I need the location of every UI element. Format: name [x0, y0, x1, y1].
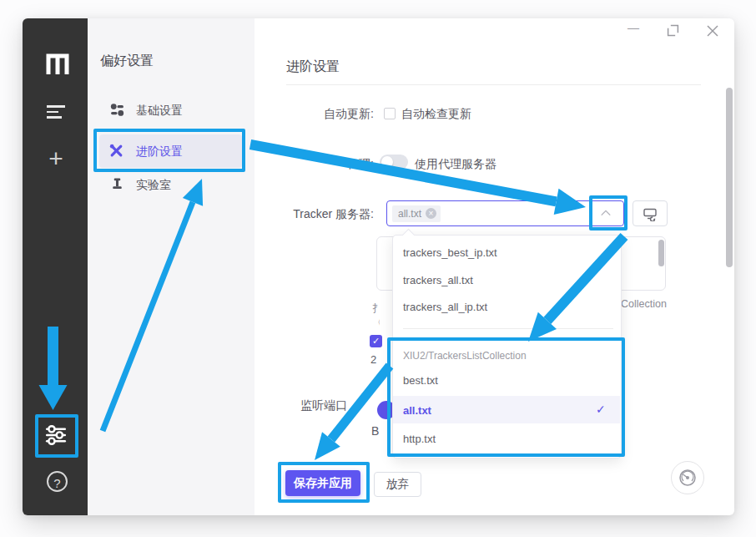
sync-trackers-button[interactable] — [633, 200, 668, 226]
proxy-label: 代理: — [286, 157, 374, 172]
speedometer-icon — [678, 468, 698, 488]
sidebar-item-lab[interactable]: 实验室 — [99, 171, 242, 200]
add-task-icon[interactable]: + — [43, 145, 69, 172]
auto-update-checkbox-label[interactable]: 自动检查更新 — [401, 107, 471, 122]
help-icon[interactable]: ? — [47, 471, 68, 492]
screenshot-stage: + ? 偏好设置 基础设置 进阶设置 — [0, 0, 756, 537]
proxy-toggle-label[interactable]: 使用代理服务器 — [415, 157, 496, 172]
toggles-icon — [110, 103, 124, 117]
sidebar-item-label: 实验室 — [136, 178, 171, 193]
auto-update-checkbox[interactable] — [384, 108, 396, 119]
dropdown-option[interactable]: trackers_best_ip.txt — [403, 246, 497, 259]
discard-button[interactable]: 放弃 — [374, 472, 421, 497]
maximize-button[interactable] — [667, 24, 679, 37]
close-button[interactable] — [706, 24, 719, 38]
lab-stamp-icon — [111, 177, 123, 190]
obscured-text-fragment: 〈 — [372, 316, 380, 330]
motrix-logo-icon[interactable] — [45, 52, 70, 75]
window-scrollbar[interactable] — [726, 88, 733, 267]
auto-update-label: 自动更新: — [286, 107, 374, 122]
dropdown-option[interactable]: trackers_all.txt — [403, 274, 473, 286]
dropdown-option[interactable]: trackers_all_ip.txt — [403, 301, 487, 313]
preferences-title: 偏好设置 — [100, 53, 154, 70]
annotation-box-chevron — [589, 195, 627, 231]
trackers-collection-link-fragment[interactable]: Collection — [621, 298, 667, 310]
proxy-toggle[interactable] — [380, 155, 408, 170]
task-list-icon[interactable] — [47, 105, 65, 119]
obscured-text-fragment: B — [371, 424, 379, 438]
sidebar-item-basic-settings[interactable]: 基础设置 — [99, 99, 242, 127]
preferences-panel — [88, 18, 255, 515]
tag-remove-icon[interactable]: × — [426, 208, 436, 219]
annotation-box-save-button — [278, 462, 370, 503]
obscured-text-fragment: 扌 — [372, 301, 380, 316]
obscured-text-fragment: 2 — [370, 353, 378, 366]
tracker-server-label: Tracker 服务器: — [275, 207, 374, 222]
listen-port-label: 监听端口 — [300, 398, 347, 413]
minimize-button[interactable]: — — [626, 21, 641, 36]
annotation-box-settings-icon — [35, 414, 78, 458]
annotation-box-dropdown-group — [387, 337, 625, 457]
selected-tag[interactable]: all.txt × — [392, 205, 441, 222]
sidebar-item-label: 基础设置 — [136, 104, 183, 119]
toggle-knob — [381, 156, 393, 168]
title-divider — [286, 84, 701, 85]
selected-tag-label: all.txt — [398, 208, 421, 220]
page-title: 进阶设置 — [286, 58, 340, 76]
annotation-box-advanced-settings — [93, 129, 245, 172]
textarea-scrollbar[interactable] — [658, 240, 664, 266]
auto-sync-checkbox-checked[interactable]: ✓ — [370, 335, 382, 347]
speed-limit-button[interactable] — [671, 461, 704, 494]
sync-icon — [643, 206, 658, 221]
dropdown-group-divider — [403, 328, 613, 329]
